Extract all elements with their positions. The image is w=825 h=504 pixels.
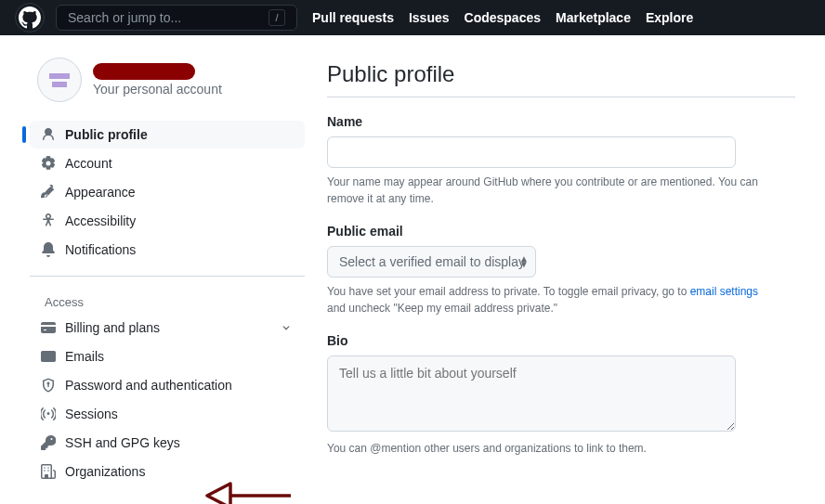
slash-key-icon: / bbox=[268, 9, 285, 26]
nav-codespaces[interactable]: Codespaces bbox=[465, 10, 541, 25]
search-input[interactable]: Search or jump to... / bbox=[56, 5, 297, 31]
search-placeholder: Search or jump to... bbox=[68, 10, 181, 25]
main-content: Public profile Name Your name may appear… bbox=[327, 58, 795, 504]
nav-explore[interactable]: Explore bbox=[646, 10, 693, 25]
key-icon bbox=[41, 435, 56, 450]
sidebar-item-accessibility[interactable]: Accessibility bbox=[30, 207, 305, 235]
sidebar-item-label: Password and authentication bbox=[65, 378, 232, 393]
sidebar-item-emails[interactable]: Emails bbox=[30, 342, 305, 370]
sidebar-section-access-title: Access bbox=[30, 288, 305, 313]
avatar[interactable] bbox=[37, 58, 82, 102]
account-name-redacted bbox=[93, 63, 195, 80]
email-label: Public email bbox=[327, 224, 795, 239]
sidebar-section-access: Billing and plans Emails Password and au… bbox=[30, 314, 305, 498]
accessibility-icon bbox=[41, 213, 56, 228]
credit-card-icon bbox=[41, 320, 56, 335]
sidebar-item-account[interactable]: Account bbox=[30, 149, 305, 177]
header-nav: Pull requests Issues Codespaces Marketpl… bbox=[312, 10, 693, 25]
nav-pull-requests[interactable]: Pull requests bbox=[312, 10, 394, 25]
organization-icon bbox=[41, 464, 56, 479]
bio-note: You can @mention other users and organiz… bbox=[327, 440, 773, 457]
name-label: Name bbox=[327, 114, 795, 129]
name-note: Your name may appear around GitHub where… bbox=[327, 174, 773, 207]
paintbrush-icon bbox=[41, 185, 56, 200]
sidebar-item-label: Emails bbox=[65, 349, 104, 364]
shield-lock-icon bbox=[41, 378, 56, 393]
broadcast-icon bbox=[41, 407, 56, 421]
sidebar-item-label: Account bbox=[65, 156, 112, 171]
sidebar-item-notifications[interactable]: Notifications bbox=[30, 236, 305, 264]
sidebar-item-public-profile[interactable]: Public profile bbox=[30, 121, 305, 149]
sidebar-item-label: Accessibility bbox=[65, 213, 136, 228]
email-settings-link[interactable]: email settings bbox=[690, 285, 758, 298]
sidebar-item-sessions[interactable]: Sessions bbox=[30, 400, 305, 428]
person-icon bbox=[41, 127, 56, 142]
bell-icon bbox=[41, 242, 56, 257]
sidebar-item-label: Appearance bbox=[65, 185, 136, 200]
sidebar-item-billing[interactable]: Billing and plans bbox=[30, 314, 305, 342]
nav-marketplace[interactable]: Marketplace bbox=[556, 10, 631, 25]
bio-textarea[interactable] bbox=[327, 355, 736, 432]
top-header: Search or jump to... / Pull requests Iss… bbox=[0, 0, 825, 35]
sidebar-item-organizations[interactable]: Organizations bbox=[30, 458, 305, 485]
sidebar-item-label: Public profile bbox=[65, 127, 148, 142]
account-subtitle: Your personal account bbox=[93, 82, 222, 97]
gear-icon bbox=[41, 156, 56, 171]
bio-label: Bio bbox=[327, 333, 795, 348]
sidebar-item-label: Notifications bbox=[65, 242, 136, 257]
field-email: Public email Select a verified email to … bbox=[327, 224, 795, 317]
github-logo[interactable] bbox=[15, 3, 45, 32]
account-header: Your personal account bbox=[30, 58, 305, 102]
settings-sidebar: Your personal account Public profile Acc… bbox=[30, 58, 305, 504]
sidebar-section-main: Public profile Account Appearance Access… bbox=[30, 121, 305, 277]
mail-icon bbox=[41, 349, 56, 364]
page-title: Public profile bbox=[327, 61, 795, 97]
sidebar-item-label: Billing and plans bbox=[65, 320, 160, 335]
email-select[interactable]: Select a verified email to display bbox=[327, 246, 536, 278]
nav-issues[interactable]: Issues bbox=[409, 10, 450, 25]
sidebar-item-label: Sessions bbox=[65, 407, 118, 421]
name-input[interactable] bbox=[327, 136, 736, 168]
sidebar-item-label: Organizations bbox=[65, 464, 145, 479]
sidebar-item-ssh-gpg-keys[interactable]: SSH and GPG keys bbox=[30, 429, 305, 457]
sidebar-item-password[interactable]: Password and authentication bbox=[30, 371, 305, 399]
email-note: You have set your email address to priva… bbox=[327, 283, 773, 317]
field-name: Name Your name may appear around GitHub … bbox=[327, 114, 795, 207]
sidebar-item-appearance[interactable]: Appearance bbox=[30, 178, 305, 206]
chevron-down-icon bbox=[279, 320, 294, 335]
field-bio: Bio You can @mention other users and org… bbox=[327, 333, 795, 457]
sidebar-item-label: SSH and GPG keys bbox=[65, 435, 180, 450]
